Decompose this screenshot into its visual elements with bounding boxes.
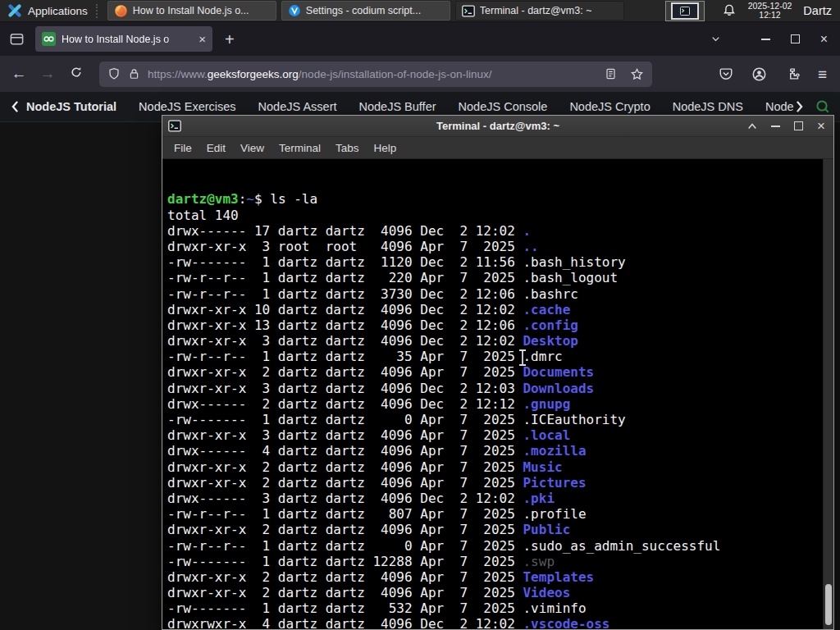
listing-row: drwxr-xr-x 3 dartz dartz 4096 Dec 2 12:0… [167, 333, 833, 349]
listing-row: drwxr-xr-x 2 dartz dartz 4096 Apr 7 2025… [167, 585, 833, 600]
shade-window-icon[interactable] [747, 122, 757, 130]
geeksforgeeks-favicon [42, 32, 56, 46]
nav-item-truncated[interactable]: Node [765, 100, 803, 113]
taskbar-window-firefox[interactable]: How to Install Node.js o... [107, 1, 276, 21]
taskbar-window-title: How to Install Node.js o... [133, 5, 249, 16]
taskbar-window-codium[interactable]: Settings - codium script... [281, 1, 450, 21]
file-name: .pki [523, 491, 555, 506]
listing-row: drwx------ 17 dartz dartz 4096 Dec 2 12:… [167, 223, 833, 239]
new-tab-button[interactable]: + [225, 31, 235, 48]
panel-clock[interactable]: 2025-12-02 12:12 [748, 2, 792, 21]
reader-mode-icon[interactable] [605, 67, 617, 80]
taskbar-window-title: Terminal - dartz@vm3: ~ [480, 5, 592, 16]
file-meta: drwxr-xr-x 13 dartz dartz 4096 Dec 2 12:… [167, 317, 523, 333]
url-bar[interactable]: https://www.geeksforgeeks.org/node-js/in… [99, 62, 652, 87]
terminal-title-bar[interactable]: Terminal - dartz@vm3: ~ × [162, 116, 833, 137]
firefox-view-button[interactable] [9, 31, 25, 47]
user-menu[interactable]: Dartz [803, 4, 832, 17]
browser-tab[interactable]: How to Install Node.js o × [35, 26, 212, 52]
total-line: total 140 [167, 208, 833, 223]
panel-grip [96, 4, 102, 18]
file-name: .cache [523, 302, 570, 317]
file-name: .bash_logout [523, 270, 618, 285]
file-meta: drwx------ 3 dartz dartz 4096 Dec 2 12:0… [167, 491, 523, 506]
tracking-shield-icon[interactable] [107, 67, 121, 80]
listing-row: -rw------- 1 dartz dartz 1120 Dec 2 11:5… [167, 254, 833, 270]
listing-row: -rw------- 1 dartz dartz 0 Apr 7 2025 .I… [167, 412, 833, 427]
file-name: Documents [523, 364, 594, 380]
terminal-menu-tabs[interactable]: Tabs [328, 142, 367, 154]
file-name: . [523, 223, 531, 239]
file-name: .bashrc [523, 286, 578, 302]
nav-back-nodejs-tutorial[interactable]: NodeJS Tutorial [11, 100, 116, 113]
taskbar-window-terminal[interactable]: Terminal - dartz@vm3: ~ [455, 1, 624, 21]
tab-title: How to Install Node.js o [62, 34, 193, 45]
file-meta: drwxr-xr-x 3 dartz dartz 4096 Dec 2 12:0… [167, 333, 523, 349]
tab-close-icon[interactable]: × [199, 33, 206, 45]
workspace-switcher[interactable] [665, 1, 705, 21]
file-meta: -rw-r--r-- 1 dartz dartz 0 Apr 7 2025 [167, 538, 523, 554]
listing-row: drwxr-xr-x 2 dartz dartz 4096 Apr 7 2025… [167, 364, 833, 380]
file-name: .. [523, 239, 538, 254]
terminal-scrollbar[interactable] [823, 159, 833, 629]
nav-item-nodejs-assert[interactable]: NodeJS Assert [258, 100, 337, 113]
notification-bell-icon[interactable] [722, 3, 737, 18]
listing-row: -rw-r--r-- 1 dartz dartz 3730 Dec 2 12:0… [167, 286, 833, 302]
terminal-menu-terminal[interactable]: Terminal [272, 142, 328, 154]
terminal-maximize-icon[interactable] [794, 121, 803, 130]
terminal-menu-view[interactable]: View [233, 142, 272, 154]
command-text: ls -la [270, 191, 317, 207]
prompt-user-host: dartz@vm3 [167, 191, 239, 207]
listing-row: -rw------- 1 dartz dartz 12288 Apr 7 202… [167, 554, 833, 569]
nav-item-nodejs-console[interactable]: NodeJS Console [459, 100, 548, 113]
listing-row: -rw-r--r-- 1 dartz dartz 220 Apr 7 2025 … [167, 270, 833, 285]
terminal-menu-help[interactable]: Help [367, 142, 404, 154]
terminal-menu-file[interactable]: File [167, 142, 199, 154]
terminal-menu-bar: FileEditViewTerminalTabsHelp [162, 137, 833, 159]
maximize-icon[interactable] [791, 34, 800, 43]
file-name: .viminfo [523, 600, 586, 616]
terminal-minimize-icon[interactable] [771, 126, 780, 127]
minimize-icon[interactable] [761, 39, 770, 40]
terminal-lines: dartz@vm3:~$ ls -latotal 140drwx------ 1… [167, 191, 833, 629]
nav-item-nodejs-buffer[interactable]: NodeJS Buffer [359, 100, 436, 113]
taskbar-window-title: Settings - codium script... [306, 5, 421, 16]
listing-row: drwx------ 4 dartz dartz 4096 Apr 7 2025… [167, 443, 833, 459]
applications-menu-button[interactable]: Applications [0, 0, 95, 21]
toolbar-icons: ≡ [719, 66, 832, 82]
listing-row: drwxr-xr-x 2 dartz dartz 4096 Apr 7 2025… [167, 475, 833, 491]
back-icon[interactable]: ← [8, 65, 30, 83]
listing-row: drwxr-xr-x 3 root root 4096 Apr 7 2025 .… [167, 239, 833, 254]
close-icon[interactable]: × [820, 33, 828, 46]
nav-item-nodejs-crypto[interactable]: NodeJS Crypto [569, 100, 650, 113]
file-name: .sudo_as_admin_successful [523, 538, 720, 554]
url-prefix: https://www. [148, 68, 208, 80]
nav-item-nodejs-exercises[interactable]: NodeJS Exercises [139, 100, 235, 113]
forward-icon[interactable]: → [37, 65, 58, 83]
account-icon[interactable] [751, 66, 767, 82]
urlbar-page-actions [605, 67, 644, 81]
menu-hamburger-icon[interactable]: ≡ [818, 66, 827, 82]
listing-row: drwxr-xr-x 2 dartz dartz 4096 Apr 7 2025… [167, 569, 833, 585]
system-tray: 2025-12-02 12:12 Dartz [722, 2, 840, 21]
search-button[interactable] [815, 98, 831, 115]
file-meta: drwxr-xr-x 3 dartz dartz 4096 Apr 7 2025 [167, 427, 523, 443]
firefox-icon [114, 4, 128, 18]
file-meta: drwxr-xr-x 2 dartz dartz 4096 Apr 7 2025 [167, 475, 523, 491]
url-domain: geeksforgeeks.org [208, 68, 299, 80]
terminal-scrollbar-thumb[interactable] [825, 584, 832, 625]
listing-row: drwx------ 2 dartz dartz 4096 Dec 2 12:1… [167, 396, 833, 412]
terminal-menu-edit[interactable]: Edit [199, 142, 233, 154]
bookmark-star-icon[interactable] [630, 67, 644, 81]
pocket-icon[interactable] [719, 66, 733, 81]
list-all-tabs-button[interactable] [710, 33, 722, 45]
terminal-close-icon[interactable]: × [817, 119, 825, 133]
terminal-output[interactable]: dartz@vm3:~$ ls -latotal 140drwx------ 1… [162, 159, 833, 629]
extensions-puzzle-icon[interactable] [785, 66, 800, 81]
nav-back-label: NodeJS Tutorial [26, 100, 116, 113]
file-name: Templates [523, 569, 594, 585]
reload-icon[interactable] [66, 65, 87, 83]
url-text: https://www.geeksforgeeks.org/node-js/in… [148, 68, 597, 80]
lock-icon[interactable] [128, 67, 140, 80]
nav-item-nodejs-dns[interactable]: NodeJS DNS [673, 100, 743, 113]
